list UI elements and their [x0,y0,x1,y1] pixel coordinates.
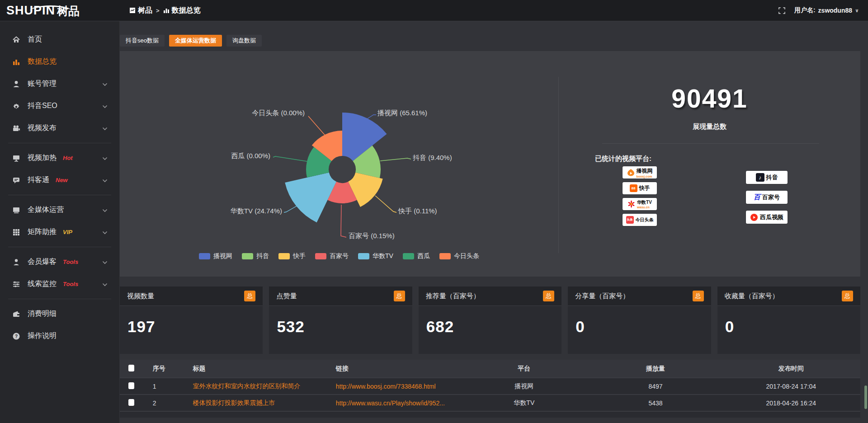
platform-badge-百家号[interactable]: 百百家号 [746,191,788,204]
legend-label: 西瓜 [417,252,430,260]
platform-badge-西瓜视频[interactable]: 西瓜视频 [746,211,788,224]
sidebar-item-label: 视频加热 [28,153,57,163]
boosj-logo-icon [627,169,635,176]
legend-item-西瓜[interactable]: 西瓜 [403,252,430,260]
tab-询盘数据[interactable]: 询盘数据 [226,35,262,47]
legend-swatch [199,253,210,259]
stat-card-header: 推荐量（百家号）总 [419,287,561,306]
stat-card-分享量（百家号）: 分享量（百家号）总0 [568,287,711,354]
home-icon [12,36,21,44]
sidebar-item-label: 消费明细 [28,309,57,319]
breadcrumb-item-home[interactable]: 树品 [129,6,152,15]
pie-slice-快手[interactable] [348,173,383,207]
sidebar-item-label: 账号管理 [28,79,57,89]
legend-item-抖音[interactable]: 抖音 [242,252,269,260]
bar-chart-icon [12,58,21,66]
pie-slice-华数TV[interactable] [285,173,336,222]
select-all-checkbox[interactable] [128,365,134,371]
sidebar-item-label: 数据总览 [28,57,57,66]
total-badge[interactable]: 总 [394,291,405,301]
sidebar-item-视频加热[interactable]: 视频加热Hot [0,147,119,169]
pie-label-西瓜: 西瓜 (0.00%) [231,152,270,160]
stat-card-header: 点赞量总 [269,287,412,306]
sidebar-item-抖客通[interactable]: 抖客通New [0,169,119,191]
sidebar-item-flag: Tools [63,258,78,265]
legend-item-播视网[interactable]: 播视网 [199,252,232,260]
sidebar-item-视频发布[interactable]: 视频发布 [0,117,119,139]
total-badge[interactable]: 总 [693,291,704,301]
display-icon [12,206,21,214]
sidebar-item-线索监控[interactable]: 线索监控Tools [0,273,119,295]
videos-table: 序号 标题 链接 平台 播放量 发布时间 1室外水纹灯和室内水纹灯的区别和简介h… [120,360,860,418]
summary-panel: 90491 展现量总数 已统计的视频平台: 播视网boosj.com88快手华数… [559,51,860,277]
user-menu[interactable]: 用户名: zswodun88 ∨ [794,6,859,14]
legend-swatch [278,253,290,259]
sidebar-item-全媒体运营[interactable]: 全媒体运营 [0,199,119,221]
sidebar-item-矩阵助推[interactable]: 矩阵助推VIP [0,221,119,243]
total-impressions-label: 展现量总数 [559,122,860,131]
stat-card-title: 视频数量 [127,292,154,301]
cell-url-link[interactable]: http://www.boosj.com/7338468.html [325,378,459,395]
row-checkbox[interactable] [128,399,134,406]
legend-swatch [403,253,414,259]
username: zswodun88 [818,7,852,14]
legend-item-百家号[interactable]: 百家号 [315,252,349,260]
top-bar: SHUPIN 树品 树品 > 数据总览 用户名: zswodun88 ∨ [0,0,868,21]
sidebar-item-label: 视频发布 [28,123,57,133]
col-header-time: 发布时间 [722,360,860,378]
legend-item-今日头条[interactable]: 今日头条 [439,252,479,260]
total-badge[interactable]: 总 [543,291,554,301]
tab-全媒体运营数据[interactable]: 全媒体运营数据 [169,35,222,47]
platform-badge-抖音[interactable]: ♪抖音 [746,171,788,184]
username-prefix: 用户名: [794,6,816,14]
douyin-logo-icon: ♪ [756,173,764,182]
stat-cards-row: 视频数量总197点赞量总532推荐量（百家号）总682分享量（百家号）总0收藏量… [120,287,860,354]
legend-item-华数TV[interactable]: 华数TV [358,252,393,260]
sidebar-item-label: 操作说明 [28,331,57,341]
cell-no: 2 [143,395,182,411]
sidebar-item-flag: Tools [63,281,78,287]
fullscreen-icon[interactable] [778,7,785,14]
cell-url-link[interactable]: http://www.wasu.cn/Play/show/id/952... [325,395,459,411]
total-badge[interactable]: 总 [842,291,853,301]
sidebar-item-首页[interactable]: 首页 [0,28,119,51]
platform-badge-华数TV[interactable]: 华数TVwasu.cn [623,198,657,210]
sidebar-item-会员爆客[interactable]: 会员爆客Tools [0,251,119,273]
summary-divider [602,143,819,144]
sidebar-item-抖音SEO[interactable]: 抖音SEO [0,95,119,117]
overview-panel: 播视网 (65.61%)抖音 (9.40%)快手 (0.11%)百家号 (0.1… [120,51,860,277]
total-badge[interactable]: 总 [244,291,255,301]
sidebar-item-flag: Hot [63,155,73,161]
table-header-row: 序号 标题 链接 平台 播放量 发布时间 [120,360,860,378]
legend-label: 今日头条 [454,252,479,260]
sidebar-item-数据总览[interactable]: 数据总览 [0,51,119,73]
sliders-icon [12,280,21,288]
sidebar-item-label: 线索监控 [28,279,57,289]
stat-card-视频数量: 视频数量总197 [120,287,263,354]
platform-name: 百家号 [762,193,780,202]
platform-badge-今日头条[interactable]: 头条今日头条 [623,214,657,226]
scrollbar-thumb[interactable] [864,385,867,409]
tab-抖音seo数据[interactable]: 抖音seo数据 [120,35,165,47]
col-header-link: 链接 [325,360,459,378]
sidebar-item-label: 首页 [28,35,42,44]
sidebar-item-label: 会员爆客 [28,257,57,267]
app-square-icon [129,7,136,14]
platform-badge-快手[interactable]: 88快手 [623,182,657,194]
legend-item-快手[interactable]: 快手 [278,252,306,260]
cell-title-link[interactable]: 室外水纹灯和室内水纹灯的区别和简介 [182,378,325,395]
cell-no: 1 [143,378,182,395]
sidebar-item-消费明细[interactable]: 消费明细 [0,303,119,325]
col-header-no: 序号 [143,360,182,378]
sidebar-item-操作说明[interactable]: ?操作说明 [0,325,119,347]
rose-pie-chart[interactable]: 播视网 (65.61%)抖音 (9.40%)快手 (0.11%)百家号 (0.1… [120,51,558,250]
table-row: 2楼体投影灯投影效果震撼上市http://www.wasu.cn/Play/sh… [120,395,860,411]
member-icon [12,258,21,266]
cell-title-link[interactable]: 楼体投影灯投影效果震撼上市 [182,395,325,411]
row-checkbox[interactable] [128,382,134,389]
chat-bubble-icon [12,176,21,184]
platform-badge-播视网[interactable]: 播视网boosj.com [623,166,657,179]
sidebar-item-账号管理[interactable]: 账号管理 [0,73,119,95]
breadcrumb-item-current[interactable]: 数据总览 [163,6,201,15]
gear-icon [12,102,21,110]
